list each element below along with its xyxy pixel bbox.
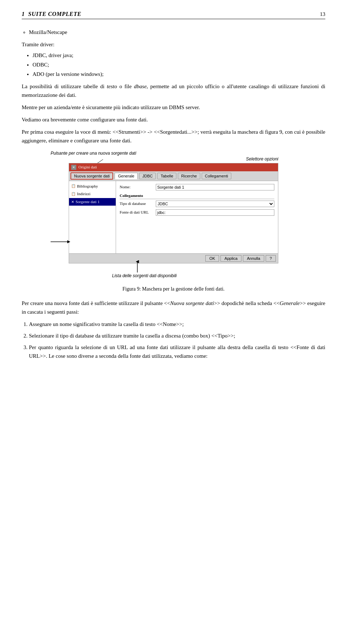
sidebar-label-indirizzi: Indirizzi xyxy=(77,191,90,197)
book-icon: 📋 xyxy=(71,183,76,189)
annotation-new-source: Pulsante per creare una nuova sorgente d… xyxy=(51,150,136,157)
driver-list: JDBC, driver java; ODBC; ADO (per la ver… xyxy=(33,51,325,78)
tab-jdbc[interactable]: JDBC xyxy=(139,173,156,179)
section-content: Mozilla/Netscape Tramite driver: JDBC, d… xyxy=(22,28,325,360)
sidebar-item-sorgente[interactable]: ✕ Sorgente dati 1 xyxy=(69,198,116,206)
new-source-button[interactable]: Nuova sorgente dati xyxy=(70,172,113,180)
close-button[interactable]: ✕ xyxy=(71,165,76,170)
step-2: Selezionare il tipo di database da utili… xyxy=(29,331,325,340)
form-row-nome: Nome: xyxy=(120,184,274,190)
annotation-selector: Selettore opzioni xyxy=(246,156,278,163)
paragraph1: La possibilità di utilizzare tabelle di … xyxy=(22,82,325,99)
figure-toolbar: Nuova sorgente dati Generale JDBC Tabell… xyxy=(69,171,278,181)
figure-box: ✕ Origini dati Nuova sorgente dati Gener… xyxy=(69,163,278,263)
form-row-tipo: Tipo di database JDBC xyxy=(120,201,274,207)
tab-collegamenti[interactable]: Collegamenti xyxy=(202,173,231,179)
form-label-fonte: Fonte di dati URL xyxy=(120,209,156,216)
driver-item-odbc: ODBC; xyxy=(33,60,325,69)
tab-ricerche[interactable]: Ricerche xyxy=(178,173,200,179)
form-row-fonte: Fonte di dati URL xyxy=(120,209,274,216)
address-icon: 📋 xyxy=(71,191,76,197)
ok-button[interactable]: OK xyxy=(205,255,219,262)
form-label-tipo: Tipo di database xyxy=(120,201,156,207)
data-icon: ✕ xyxy=(71,199,74,205)
form-input-fonte[interactable] xyxy=(156,209,274,216)
annotation-list: Lista delle sorgenti dati disponibili xyxy=(112,272,177,279)
sidebar-item-bibliography[interactable]: 📋 Bibliography xyxy=(69,183,116,190)
driver-label: Tramite driver: xyxy=(22,40,325,49)
chapter-title: 1 SUITE COMPLETE xyxy=(22,11,81,17)
figure-wrapper: Pulsante per creare una nuova sorgente d… xyxy=(47,163,300,263)
paragraph4: Per prima cosa eseguire la voce di menù:… xyxy=(22,128,325,145)
help-button[interactable]: ? xyxy=(266,255,276,262)
figure-sidebar: 📋 Bibliography 📋 Indirizzi ✕ Sorgente da… xyxy=(69,181,116,253)
figure-caption: Figura 9: Maschera per la gestione delle… xyxy=(22,285,325,293)
page: 1 SUITE COMPLETE 13 Mozilla/Netscape Tra… xyxy=(0,0,347,378)
step-3: Per quanto riguarda la selezione di un U… xyxy=(29,343,325,360)
form-section-connection: Collegamento xyxy=(120,193,274,199)
arrow-sidebar xyxy=(51,238,72,245)
paragraph3: Vediamo ora brevemente come configurare … xyxy=(22,115,325,124)
form-select-tipo[interactable]: JDBC xyxy=(156,201,274,207)
circle-list: Mozilla/Netscape xyxy=(29,28,325,37)
arrow-list xyxy=(134,262,141,272)
driver-item-ado: ADO (per la versione windows); xyxy=(33,70,325,78)
step-1: Assegnare un nome significativo tramite … xyxy=(29,320,325,329)
figure-title: Origini dati xyxy=(78,164,97,171)
page-number: 13 xyxy=(320,11,325,17)
circle-list-item: Mozilla/Netscape xyxy=(29,28,325,37)
figure-footer: OK Applica Annulla ? xyxy=(69,253,278,263)
paragraph5: Per creare una nuova fonte dati è suffic… xyxy=(22,299,325,316)
paragraph2: Mentre per un azienda/ente è sicuramente… xyxy=(22,103,325,112)
tab-generale[interactable]: Generale xyxy=(115,173,137,179)
applica-button[interactable]: Applica xyxy=(220,255,241,262)
sidebar-item-indirizzi[interactable]: 📋 Indirizzi xyxy=(69,190,116,198)
chapter-title-text: SUITE COMPLETE xyxy=(28,11,81,17)
figure-title-bar: ✕ Origini dati xyxy=(69,163,278,171)
page-header: 1 SUITE COMPLETE 13 xyxy=(22,11,325,19)
form-input-nome[interactable] xyxy=(156,184,274,190)
sidebar-label-bibliography: Bibliography xyxy=(77,183,98,190)
numbered-steps: Assegnare un nome significativo tramite … xyxy=(29,320,325,360)
driver-item-jdbc: JDBC, driver java; xyxy=(33,51,325,60)
figure-main: Nome: Collegamento Tipo di database JDBC xyxy=(116,181,278,253)
tab-tabelle[interactable]: Tabelle xyxy=(157,173,176,179)
figure-body: 📋 Bibliography 📋 Indirizzi ✕ Sorgente da… xyxy=(69,181,278,253)
annulla-button[interactable]: Annulla xyxy=(243,255,264,262)
sidebar-label-sorgente: Sorgente dati 1 xyxy=(76,199,99,205)
chapter-number: 1 xyxy=(22,11,25,17)
form-label-nome: Nome: xyxy=(120,184,156,190)
